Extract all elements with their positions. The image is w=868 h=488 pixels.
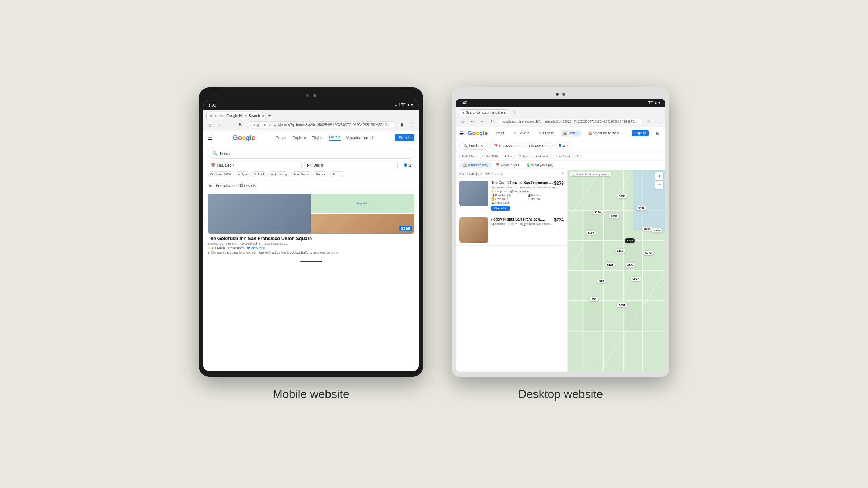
home-button[interactable]: ⌂ [206, 121, 214, 129]
desktop-tab-close-icon[interactable]: ✕ [509, 111, 509, 115]
desktop-checkout-chevron-right-icon[interactable]: > [548, 144, 549, 147]
update-list-checkbox[interactable]: Update list when map moves [570, 172, 611, 176]
mobile-checkout-field[interactable]: Fri, Dec 8 [304, 162, 398, 169]
desktop-nav-flights[interactable]: ✕ Flights [536, 130, 556, 137]
refresh-button[interactable]: ↻ [237, 121, 244, 129]
desktop-hotel-search-bar[interactable]: 🔍 hotels ✕ [459, 142, 488, 150]
desktop-checkout-chevron-left-icon[interactable]: < [545, 144, 546, 147]
price-icon: 💲 [526, 163, 530, 167]
desktop-checkout-field[interactable]: Fri, Dec 8 < > [526, 142, 553, 149]
map-pin-2[interactable]: $153 [609, 214, 620, 219]
desktop-more-button[interactable]: ⋮ [655, 117, 663, 125]
desktop-clear-icon[interactable]: ✕ [480, 144, 483, 148]
checkbox-box[interactable] [572, 173, 575, 176]
desktop-main-content: San Francisco · 330 results ℹ The Coast … [456, 170, 665, 372]
map-pin-5[interactable]: $386 [652, 228, 663, 233]
tab-close-icon[interactable]: ✕ [261, 114, 264, 118]
nav-explore[interactable]: Explore [293, 136, 306, 140]
map-pin-11[interactable]: $567 [630, 277, 641, 281]
mobile-address-bar[interactable]: google.com/travel/hotels?q=hotels&g2lb=2… [247, 121, 396, 128]
desktop-forward-button[interactable]: → [478, 117, 486, 125]
desktop-refresh-button[interactable]: ↻ [488, 117, 496, 125]
desktop-grid-icon[interactable]: ⊞ [654, 129, 662, 137]
filter-chip-1[interactable]: ✦ Spa [235, 171, 250, 177]
zoom-in-button[interactable]: + [655, 172, 663, 180]
map-pin-15[interactable]: $179 [586, 230, 596, 235]
desktop-hamburger-icon[interactable]: ☰ [459, 130, 464, 136]
filter-chip-2[interactable]: ✕ Pool [251, 171, 267, 177]
desktop-address-bar[interactable]: google.com/travel/search?q=hotels&g2lb=2… [498, 119, 643, 124]
nav-travel[interactable]: Travel [276, 136, 286, 140]
desktop-filter-star[interactable]: 4- or 5-star [553, 154, 573, 159]
svg-rect-18 [584, 301, 603, 331]
desktop-guests-field[interactable]: 👤 2 > [555, 142, 571, 149]
zoom-out-button[interactable]: − [655, 181, 663, 189]
desktop-hotel-rating-0: ★ 4.4 (414) · 🌿 Eco-certified [491, 190, 564, 193]
map-pin-0[interactable]: $930 [617, 194, 627, 198]
desktop-what-pay-tab[interactable]: 💲 What you'll pay [523, 162, 557, 168]
desktop-nav-travel[interactable]: Travel [491, 130, 507, 137]
map-pin-4[interactable]: $279 [625, 238, 635, 243]
filter-chip-5[interactable]: Price ▾ [313, 171, 328, 177]
filter-chip-6[interactable]: Prop... [330, 171, 345, 177]
desktop-filter-more[interactable]: ✕ [574, 154, 582, 159]
nav-flights[interactable]: Flights [312, 136, 323, 140]
hamburger-icon[interactable]: ☰ [208, 135, 212, 141]
map-pin-10[interactable]: $71 [597, 279, 606, 283]
mobile-checkin-field[interactable]: 📅 Thu, Dec 7 [208, 162, 302, 169]
filter-chip-3[interactable]: ★ 4+ rating [268, 171, 290, 177]
view-offer-button-0[interactable]: View offer [491, 206, 510, 211]
map-pin-9[interactable]: $229 [625, 262, 635, 267]
desktop-hotel-info-0: The Coast Terrace San Francisco,.... $27… [491, 181, 564, 211]
desktop-results-info-icon[interactable]: ℹ [562, 172, 564, 176]
desktop-home-button[interactable]: ⌂ [459, 117, 467, 125]
view-map-link[interactable]: 🗺 View map [247, 246, 265, 250]
desktop-time: 1:00 [460, 101, 467, 105]
desktop-filter-all[interactable]: ⚙ All filters [459, 154, 478, 159]
desktop-filter-price[interactable]: Under $150 [480, 154, 500, 159]
map-pin-3[interactable]: $244 [642, 226, 653, 231]
desktop-checkin-field[interactable]: 📅 Thu, Dec 7 < > [490, 142, 524, 149]
desktop-chevron-left-icon[interactable]: < [516, 144, 518, 147]
back-button[interactable]: ← [216, 121, 224, 129]
map-pin-6[interactable]: $272 [643, 251, 654, 255]
filter-chip-4[interactable]: 4- or 5-star [291, 171, 312, 177]
desktop-hotel-img-1 [459, 217, 488, 243]
forward-button[interactable]: → [226, 121, 234, 129]
nav-hotels[interactable]: Hotels [329, 135, 340, 141]
desktop-nav-explore[interactable]: ✦ Explore [511, 130, 533, 137]
desktop-where-stay-tab[interactable]: 🏠 Where to stay [459, 162, 492, 168]
map-pin-14[interactable]: $291 [617, 303, 627, 308]
mobile-guests-field[interactable]: 👤 2 [400, 162, 414, 169]
desktop-star-button[interactable]: ☆ [645, 117, 653, 125]
desktop-when-visit-tab[interactable]: 📅 When to visit [492, 162, 523, 168]
desktop-filter-rating[interactable]: ★ 4+ rating [532, 154, 552, 159]
nav-vacation[interactable]: Vacation rentals [346, 136, 375, 140]
mobile-search-section: 🔍 hotels 📅 Thu, Dec 7 Fri, Dec 8 👤 [203, 145, 419, 181]
map-pin-7[interactable]: $119 [615, 248, 626, 253]
filter-chip-0[interactable]: ⚙ Under $150 [208, 171, 234, 177]
mobile-sign-in-button[interactable]: Sign in [395, 134, 414, 141]
map-pin-8[interactable]: $125 [605, 262, 616, 267]
desktop-chevron-right-icon[interactable]: > [519, 144, 520, 147]
desktop-sign-in-button[interactable]: Sign in [632, 130, 649, 136]
mobile-hotel-search-bar[interactable]: 🔍 hotels [208, 149, 414, 159]
mobile-status-bar: 1:00 ▲ LTE ▲▼ [203, 100, 419, 110]
mobile-chrome-tab[interactable]: ■ hotels - Google Hotel Search ✕ [206, 112, 264, 119]
desktop-filter-pool[interactable]: ✕ Pool [516, 154, 531, 159]
map-pin-1[interactable]: $288 [636, 206, 647, 211]
more-button[interactable]: ⋮ [408, 121, 416, 129]
desktop-nav-vacation[interactable]: 🏠 Vacation rentals [585, 130, 622, 137]
desktop-new-tab-button[interactable]: + [511, 108, 519, 116]
desktop-chrome-tab[interactable]: ■ Search for accommodation... ✕ [459, 109, 509, 116]
map-pin-13[interactable]: $55 [589, 297, 598, 301]
stars-icon: ★ [208, 246, 210, 250]
desktop-filter-spa[interactable]: ✦ Spa [502, 154, 515, 159]
map-pin-12[interactable]: $210 [592, 210, 603, 215]
new-tab-button[interactable]: + [265, 112, 273, 120]
camera-bar [203, 92, 419, 99]
desktop-nav-hotels[interactable]: 🏨 Hotels [560, 130, 582, 137]
desktop-back-button[interactable]: ← [468, 117, 476, 125]
download-button[interactable]: ⬇ [398, 121, 406, 129]
desktop-guests-chevron-icon[interactable]: > [566, 144, 568, 147]
